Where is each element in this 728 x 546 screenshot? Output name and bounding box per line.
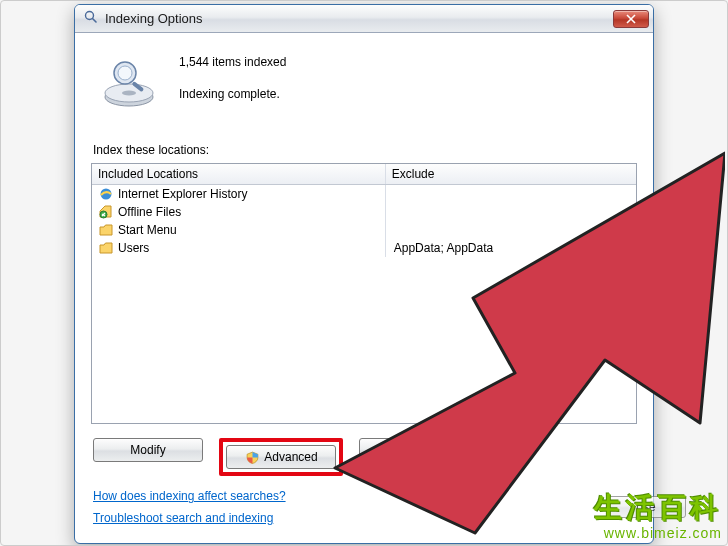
folder-icon [98, 240, 114, 256]
indexed-count: 1,544 items indexed [179, 55, 286, 69]
button-row: Modify Advanced Pause [91, 424, 637, 482]
shield-icon [244, 449, 260, 465]
button-label: Advanced [264, 450, 317, 464]
watermark-text: 生活百科 [594, 490, 722, 525]
list-item[interactable]: Start Menu [92, 221, 636, 239]
offline-icon [98, 204, 114, 220]
col-header-included[interactable]: Included Locations [92, 164, 386, 184]
link-troubleshoot[interactable]: Troubleshoot search and indexing [93, 511, 273, 525]
status-text: 1,544 items indexed Indexing complete. [179, 55, 286, 119]
button-label: Modify [130, 443, 165, 457]
watermark: 生活百科 www.bimeiz.com [594, 490, 722, 543]
shield-icon [387, 442, 403, 458]
locations-label: Index these locations: [93, 143, 637, 157]
link-how-indexing[interactable]: How does indexing affect searches? [93, 489, 286, 503]
list-item-label: Offline Files [118, 205, 181, 219]
titlebar[interactable]: Indexing Options [75, 5, 653, 33]
svg-point-6 [122, 91, 136, 96]
list-item[interactable]: Offline Files [92, 203, 636, 221]
button-label: Pause [407, 443, 441, 457]
col-header-exclude[interactable]: Exclude [386, 164, 636, 184]
modify-button[interactable]: Modify [93, 438, 203, 462]
help-links: How does indexing affect searches? Troub… [91, 482, 637, 533]
list-item-label: Users [118, 241, 149, 255]
svg-line-1 [93, 19, 97, 23]
status-area: 1,544 items indexed Indexing complete. [91, 45, 637, 133]
indexing-state: Indexing complete. [179, 87, 286, 101]
watermark-url: www.bimeiz.com [594, 525, 722, 543]
index-drive-icon [99, 53, 159, 113]
list-body: Internet Explorer History Offline Files [92, 185, 636, 423]
advanced-highlight: Advanced [219, 438, 343, 476]
list-item-exclude: AppData; AppData [394, 241, 493, 255]
list-item-label: Start Menu [118, 223, 177, 237]
advanced-button[interactable]: Advanced [226, 445, 336, 469]
list-item[interactable]: Users AppData; AppData [92, 239, 636, 257]
close-button[interactable] [613, 10, 649, 28]
pause-button[interactable]: Pause [359, 438, 469, 462]
ie-icon [98, 186, 114, 202]
svg-point-8 [118, 66, 132, 80]
locations-list: Included Locations Exclude Internet Expl… [91, 163, 637, 424]
folder-icon [98, 222, 114, 238]
list-item-label: Internet Explorer History [118, 187, 247, 201]
indexing-options-dialog: Indexing Options 1,544 items inde [74, 4, 654, 544]
list-item[interactable]: Internet Explorer History [92, 185, 636, 203]
dialog-title: Indexing Options [105, 11, 607, 26]
magnifier-icon [83, 9, 99, 28]
list-header: Included Locations Exclude [92, 164, 636, 185]
dialog-content: 1,544 items indexed Indexing complete. I… [75, 33, 653, 543]
close-icon [626, 14, 636, 24]
